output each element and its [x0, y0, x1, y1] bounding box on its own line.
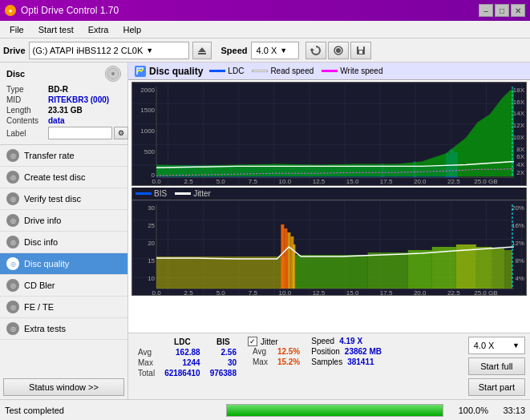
- svg-text:4X: 4X: [516, 161, 525, 168]
- svg-rect-79: [368, 252, 408, 289]
- svg-text:15.0: 15.0: [346, 178, 359, 185]
- svg-text:1000: 1000: [140, 127, 155, 135]
- svg-text:8%: 8%: [515, 257, 524, 265]
- toolbar-btn-3[interactable]: [350, 42, 371, 59]
- disc-panel: Disc Type BD-R MID RITEKBR3 (000) Length…: [0, 63, 127, 145]
- svg-text:22.5: 22.5: [447, 289, 460, 296]
- status-window-btn[interactable]: Status window >>: [3, 378, 124, 396]
- ldc-bis-stats: LDC BIS Avg 162.88 2.56 Max 1244: [133, 337, 241, 378]
- nav-item-disc-info[interactable]: ◎ Disc info: [0, 232, 127, 253]
- jitter-avg-val: 12.5%: [273, 346, 305, 357]
- svg-rect-73: [281, 224, 284, 289]
- svg-text:16X: 16X: [513, 99, 525, 106]
- svg-rect-80: [408, 250, 432, 289]
- maximize-button[interactable]: □: [495, 4, 509, 17]
- nav-item-extra-tests[interactable]: ◎ Extra tests: [0, 318, 127, 340]
- svg-rect-1: [198, 53, 206, 55]
- menu-start-test[interactable]: Start test: [32, 23, 80, 36]
- svg-text:25.0 GB: 25.0 GB: [474, 289, 497, 296]
- label-input-group: ⚙: [48, 127, 128, 139]
- disc-icon: [105, 66, 121, 82]
- minimize-button[interactable]: –: [479, 4, 493, 17]
- nav-icon-disc-quality: ◎: [6, 257, 19, 270]
- nav-item-create-test-disc[interactable]: ◎ Create test disc: [0, 167, 127, 188]
- jitter-checkbox[interactable]: ✓: [248, 337, 257, 346]
- legend2-jitter-color: [175, 192, 191, 195]
- svg-rect-78: [295, 255, 367, 289]
- nav-label-transfer-rate: Transfer rate: [24, 151, 75, 160]
- svg-point-3: [336, 48, 341, 53]
- nav-label-disc-quality: Disc quality: [24, 259, 69, 269]
- stats-total-bis: 976388: [205, 368, 241, 378]
- position-label-text: Position: [311, 347, 340, 356]
- start-part-button[interactable]: Start part: [468, 378, 525, 396]
- svg-text:500: 500: [144, 148, 156, 155]
- chart1-svg: 2000 1500 1000 500 0 18X 16X 14X 12X 10X…: [132, 83, 526, 185]
- jitter-max-val: 15.2%: [273, 357, 305, 367]
- disc-contents-label: Contents: [6, 116, 48, 125]
- speed-select-arrow: ▼: [512, 341, 520, 349]
- stats-area: LDC BIS Avg 162.88 2.56 Max 1244: [128, 333, 530, 399]
- svg-text:20: 20: [148, 240, 155, 247]
- nav-label-extra-tests: Extra tests: [24, 324, 66, 333]
- svg-text:2.5: 2.5: [184, 178, 194, 185]
- nav-item-disc-quality[interactable]: ◎ Disc quality: [0, 253, 127, 275]
- close-button[interactable]: ✕: [511, 4, 525, 17]
- legend-readspeed-label: Read speed: [270, 67, 314, 75]
- status-text: Test completed: [5, 406, 221, 415]
- disc-length-value: 23.31 GB: [48, 106, 83, 115]
- samples-label-text: Samples: [311, 357, 342, 366]
- position-val-text: 23862 MB: [345, 347, 382, 356]
- jitter-rows: Avg 12.5% Max 15.2%: [248, 346, 305, 367]
- nav-icon-create-test-disc: ◎: [6, 171, 19, 184]
- label-input-field[interactable]: [48, 127, 112, 139]
- speed-section: Speed 4.19 X Position 23862 MB Samples 3…: [311, 337, 382, 366]
- chart1-container: 2000 1500 1000 500 0 18X 16X 14X 12X 10X…: [131, 82, 527, 186]
- menu-file[interactable]: File: [3, 23, 30, 36]
- speed-label-text: Speed: [311, 337, 334, 345]
- svg-rect-74: [284, 228, 287, 289]
- toolbar-btn-1[interactable]: [305, 42, 326, 59]
- nav-item-fe-te[interactable]: ◎ FE / TE: [0, 297, 127, 318]
- content-header: Disc quality LDC Read speed Write speed: [128, 63, 530, 80]
- nav-icon-extra-tests: ◎: [6, 322, 19, 335]
- start-full-button[interactable]: Start full: [468, 357, 525, 375]
- disc-mid-label: MID: [6, 95, 48, 104]
- nav-icon-fe-te: ◎: [6, 301, 19, 313]
- label-input-btn[interactable]: ⚙: [114, 127, 128, 139]
- nav-item-cd-bler[interactable]: ◎ CD Bler: [0, 275, 127, 297]
- svg-text:7.5: 7.5: [249, 178, 258, 185]
- svg-text:10.0: 10.0: [279, 289, 292, 296]
- speed-select-value: 4.0 X: [474, 341, 495, 350]
- status-bar: Test completed 100.0% 33:13: [0, 399, 530, 420]
- svg-text:2X: 2X: [516, 169, 525, 176]
- nav-item-transfer-rate[interactable]: ◎ Transfer rate: [0, 145, 127, 167]
- menu-extra[interactable]: Extra: [82, 23, 115, 36]
- speed-select-box[interactable]: 4.0 X ▼: [468, 337, 525, 354]
- svg-rect-6: [358, 46, 363, 50]
- stats-total-label: Total: [133, 368, 160, 378]
- svg-text:0.0: 0.0: [152, 289, 161, 296]
- drive-label: Drive: [3, 46, 26, 55]
- main-layout: Disc Type BD-R MID RITEKBR3 (000) Length…: [0, 63, 530, 399]
- svg-text:12%: 12%: [512, 240, 524, 247]
- nav-label-verify-test-disc: Verify test disc: [24, 194, 81, 204]
- legend-readspeed-color: [252, 70, 268, 72]
- legend-ldc-label: LDC: [228, 67, 244, 75]
- svg-text:8X: 8X: [516, 146, 525, 153]
- legend2-jitter-label: Jitter: [193, 189, 211, 198]
- svg-text:5.0: 5.0: [216, 178, 226, 185]
- menu-help[interactable]: Help: [116, 23, 148, 36]
- chart2-container: 30 25 20 15 10 20% 16% 12% 8% 4% 0.0 2.5: [131, 200, 527, 296]
- svg-rect-72: [156, 256, 285, 289]
- svg-text:17.5: 17.5: [380, 178, 393, 185]
- eject-button[interactable]: [192, 42, 212, 59]
- nav-item-drive-info[interactable]: ◎ Drive info: [0, 210, 127, 232]
- svg-rect-83: [476, 247, 492, 289]
- nav-icon-disc-info: ◎: [6, 236, 19, 248]
- stats-total-ldc: 62186410: [160, 368, 205, 378]
- disc-label-label: Label: [6, 129, 48, 138]
- stats-avg-bis: 2.56: [205, 347, 241, 357]
- toolbar-btn-2[interactable]: [328, 42, 349, 59]
- nav-item-verify-test-disc[interactable]: ◎ Verify test disc: [0, 188, 127, 210]
